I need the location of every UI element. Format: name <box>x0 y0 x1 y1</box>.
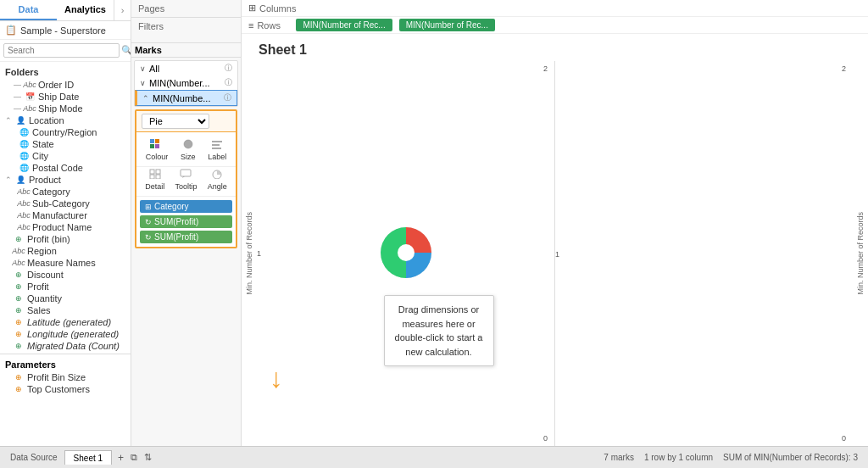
status-rows: 1 row by 1 column <box>644 453 713 462</box>
rows-pills-container: MIN(Number of Rec... MIN(Number of Rec..… <box>294 19 497 31</box>
drag-tooltip: Drag dimensions or measures here or doub… <box>384 295 494 366</box>
marks-item-label: All <box>149 64 159 74</box>
marks-card-header: Pie Bar Line Area Circle Shape Text Map … <box>136 111 236 132</box>
status-marks: 7 marks <box>604 453 634 462</box>
marks-info-icon: ⓘ <box>225 63 232 74</box>
abc-icon: Abc <box>14 258 24 268</box>
rows-pill-2[interactable]: MIN(Number of Rec... <box>399 19 495 31</box>
list-item[interactable]: ⊕ Profit (bin) <box>0 233 131 245</box>
angle-label: Angle <box>208 182 227 191</box>
size-label: Size <box>181 153 196 161</box>
list-item[interactable]: Abc Region <box>0 245 131 257</box>
marks-item-all[interactable]: ∨ All ⓘ <box>135 61 237 75</box>
rows-pill-1[interactable]: MIN(Number of Rec... <box>296 19 392 31</box>
measure-icon: ⊕ <box>14 341 24 351</box>
columns-shelf: ⊞ Columns <box>242 0 868 17</box>
left-panel-tabs: Data Analytics › <box>0 0 131 21</box>
marks-pill-category[interactable]: ⊞ Category <box>140 200 232 213</box>
svg-point-16 <box>398 244 415 261</box>
tab-data[interactable]: Data <box>0 0 57 20</box>
measure-icon: ⊕ <box>14 317 24 327</box>
sheet-tabs-row: Data Source Sheet 1 + ⧉ ⇅ 7 marks 1 row … <box>0 446 868 468</box>
columns-icon: ⊞ <box>248 3 256 14</box>
size-btn[interactable]: Size <box>180 137 197 161</box>
list-item[interactable]: 🌐 Country/Region <box>0 126 131 138</box>
datasource-name[interactable]: Sample - Superstore <box>20 25 106 36</box>
list-item[interactable]: Abc Product Name <box>0 221 131 233</box>
angle-icon <box>209 167 225 181</box>
angle-btn[interactable]: Angle <box>208 167 227 191</box>
list-item[interactable]: ⊕ Longitude (generated) <box>0 328 131 340</box>
folder-icon: 👤 <box>15 175 25 185</box>
marks-pill-sum1[interactable]: ↻ SUM(Profit) <box>140 215 232 228</box>
pill-label: SUM(Profit) <box>154 232 198 242</box>
pill-label: SUM(Profit) <box>154 217 198 226</box>
marks-item-min2[interactable]: ⌃ MIN(Numbe... ⓘ <box>135 90 237 106</box>
pill-icon: ⊞ <box>145 203 152 211</box>
abc-icon: Abc <box>19 210 29 220</box>
item-label: Quantity <box>27 293 62 304</box>
chart-cell-right: 2 0 1 <box>555 61 853 446</box>
list-item-ship-date[interactable]: — 📅 Ship Date <box>0 91 131 103</box>
list-item[interactable]: ⊕ Quantity <box>0 292 131 304</box>
list-item[interactable]: ⊕ Migrated Data (Count) <box>0 340 131 352</box>
marks-pill-sum2[interactable]: ↻ SUM(Profit) <box>140 231 232 243</box>
abc-icon: Abc <box>25 80 35 90</box>
list-item-top-customers[interactable]: ⊕ Top Customers <box>0 383 131 395</box>
item-label: Order ID <box>38 80 74 90</box>
sheet1-tab[interactable]: Sheet 1 <box>64 450 112 465</box>
marks-item-min1[interactable]: ∨ MIN(Number... ⓘ <box>135 75 237 90</box>
chart-row: 2 <box>257 61 853 446</box>
tab-actions: + ⧉ ⇅ <box>115 452 154 464</box>
tooltip-btn[interactable]: Tooltip <box>175 167 197 191</box>
expand-icon: — <box>14 81 21 89</box>
data-list: Folders — Abc Order ID — 📅 Ship Date — A… <box>0 62 131 446</box>
item-label: Location <box>29 115 64 125</box>
folders-header: Folders <box>0 64 131 79</box>
svg-rect-5 <box>212 141 222 142</box>
marks-card: Pie Bar Line Area Circle Shape Text Map … <box>135 109 237 248</box>
list-item-profit-bin[interactable]: ⊕ Profit Bin Size <box>0 371 131 383</box>
list-item[interactable]: — Abc Ship Mode <box>0 103 131 114</box>
colour-btn[interactable]: Colour <box>146 137 169 161</box>
list-item[interactable]: 🌐 City <box>0 150 131 162</box>
list-item[interactable]: 🌐 Postal Code <box>0 162 131 174</box>
pie-and-drag-area: ↓ Drag dimensions or measures here or do… <box>257 73 554 434</box>
pie-svg <box>376 223 436 282</box>
axis-mid-right: 1 <box>555 248 563 259</box>
search-input[interactable] <box>3 43 120 58</box>
list-item[interactable]: — Abc Order ID <box>0 79 131 91</box>
list-item[interactable]: ⊕ Sales <box>0 304 131 316</box>
list-item[interactable]: Abc Manufacturer <box>0 209 131 221</box>
item-label: Manufacturer <box>32 210 87 220</box>
list-item-product[interactable]: ⌃ 👤 Product <box>0 174 131 186</box>
tab-analytics[interactable]: Analytics <box>57 0 114 20</box>
list-item-discount[interactable]: ⊕ Discount <box>0 269 131 281</box>
duplicate-sheet-btn[interactable]: ⧉ <box>128 452 140 464</box>
list-item-profit[interactable]: ⊕ Profit <box>0 281 131 292</box>
axis-val-mid-right: 1 <box>555 250 563 259</box>
search-button[interactable]: 🔍 <box>121 45 131 56</box>
label-btn[interactable]: Label <box>208 137 226 161</box>
svg-rect-11 <box>156 175 160 179</box>
datasource-tab[interactable]: Data Source <box>3 450 64 465</box>
list-item-location[interactable]: ⌃ 👤 Location <box>0 114 131 126</box>
measure-icon: ⊕ <box>14 234 24 244</box>
list-item[interactable]: Abc Sub-Category <box>0 198 131 209</box>
list-item[interactable]: Abc Category <box>0 186 131 198</box>
list-item[interactable]: ⊕ Latitude (generated) <box>0 316 131 328</box>
svg-point-4 <box>184 140 192 148</box>
panel-collapse-btn[interactable]: › <box>114 0 131 20</box>
list-item[interactable]: 🌐 State <box>0 138 131 150</box>
mark-type-dropdown[interactable]: Pie Bar Line Area Circle Shape Text Map … <box>142 114 209 129</box>
param-icon: ⊕ <box>14 372 24 382</box>
detail-btn[interactable]: Detail <box>145 167 164 191</box>
item-label: Profit Bin Size <box>27 372 86 382</box>
sort-sheets-btn[interactable]: ⇅ <box>142 452 154 464</box>
parameters-header: Parameters <box>0 354 131 371</box>
marks-info-icon: ⓘ <box>224 92 231 103</box>
axis-bottom-right: 0 <box>555 434 853 446</box>
item-label: Product Name <box>32 222 92 232</box>
list-item[interactable]: Abc Measure Names <box>0 257 131 269</box>
add-sheet-btn[interactable]: + <box>115 452 126 464</box>
